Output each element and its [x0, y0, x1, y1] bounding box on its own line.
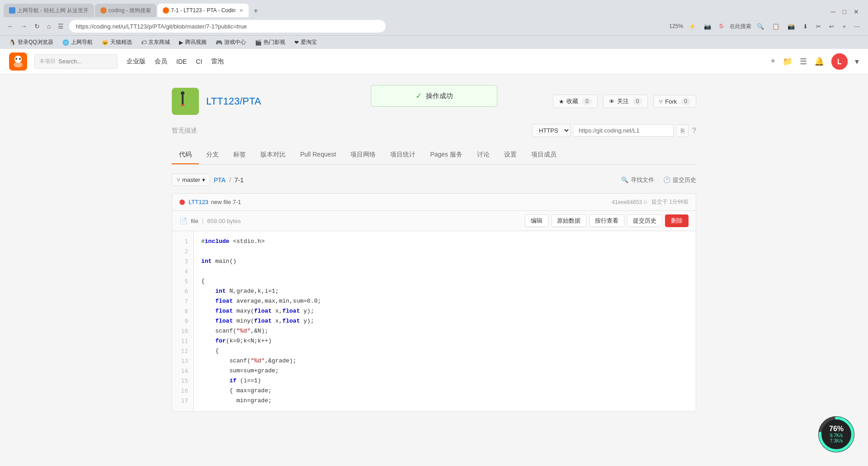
bookmark-label-taobao: 爱淘宝 — [301, 38, 317, 46]
bookmark-toggle[interactable]: ☰ — [56, 21, 66, 32]
project-search-box[interactable]: 本项目 — [34, 54, 118, 69]
bookmark-game[interactable]: 🎮 游戏中心 — [212, 38, 250, 47]
tab-close-3[interactable]: ✕ — [239, 8, 243, 14]
main-content: LTT123/PTA ★ 收藏 0 👁 关注 0 ⑂ Fork 0 — [163, 74, 705, 425]
tab-favicon-2 — [100, 7, 107, 14]
minimize-button[interactable]: ─ — [829, 6, 837, 17]
clone-help-button[interactable]: ? — [692, 127, 696, 135]
clone-url-input[interactable] — [574, 124, 674, 137]
nav-ci[interactable]: CI — [196, 56, 202, 67]
history-icon: 🕐 — [663, 176, 670, 183]
watch-button[interactable]: 👁 关注 0 — [603, 95, 648, 108]
download-button[interactable]: ⬇ — [800, 22, 811, 31]
sogoubrowser-button[interactable]: S· — [717, 22, 727, 31]
new-tab-button[interactable]: + — [250, 5, 262, 17]
tab-pullrequest[interactable]: Pull Request — [293, 146, 343, 164]
close-button[interactable]: ✕ — [852, 6, 861, 17]
line-numbers: 1234567891011121314151617 — [172, 231, 194, 411]
copy-hash-button[interactable]: ⎘ — [644, 199, 647, 205]
browser-tab-3[interactable]: 7-1 - LTT123 - PTA - Codin ✕ — [157, 4, 249, 17]
code-area: 1234567891011121314151617 #include <stdi… — [172, 231, 696, 411]
browser-tab-2[interactable]: coding - 搜狗搜索 — [95, 4, 156, 17]
bookmark-taobao[interactable]: ❤ 爱淘宝 — [291, 38, 321, 47]
notifications-button[interactable]: 🔔 — [814, 57, 824, 67]
tab-network[interactable]: 项目网络 — [343, 146, 383, 164]
tab-settings[interactable]: 设置 — [497, 146, 524, 164]
svg-point-1 — [15, 58, 17, 60]
code-line: scanf("%d",&N); — [201, 326, 689, 336]
find-file-action[interactable]: 🔍 寻找文件 — [621, 176, 654, 184]
add-button[interactable]: + — [840, 22, 849, 31]
star-button[interactable]: ★ 收藏 0 — [553, 95, 598, 108]
commit-history-label: 提交历史 — [673, 176, 696, 184]
tab-discuss[interactable]: 讨论 — [470, 146, 497, 164]
tab-compare[interactable]: 版本对比 — [253, 146, 293, 164]
search-button[interactable]: 🔍 — [754, 22, 767, 31]
branch-selector[interactable]: ⑂ master ▾ — [172, 174, 210, 186]
nav-leipao[interactable]: 雷泡 — [211, 56, 224, 67]
fork-button[interactable]: ⑂ Fork 0 — [653, 95, 696, 108]
file-manager-button[interactable]: 📁 — [783, 57, 793, 67]
fork-label: Fork — [665, 98, 677, 105]
code-review-button[interactable]: ☰ — [800, 57, 807, 67]
history-button[interactable]: 提交历史 — [627, 214, 662, 227]
screenshot2-button[interactable]: 📸 — [785, 22, 797, 31]
clone-copy-button[interactable]: ⎘ — [677, 124, 689, 137]
bookmark-tmall[interactable]: 🐱 天猫精选 — [98, 38, 136, 47]
screenshot-button[interactable]: 📷 — [701, 22, 714, 31]
raw-button[interactable]: 原始数据 — [551, 214, 586, 227]
delete-button[interactable]: 删除 — [665, 214, 689, 227]
undo-button[interactable]: ↩ — [826, 22, 837, 31]
bookmark-jd[interactable]: 🏷 京东商城 — [137, 38, 174, 47]
reload-button[interactable]: ↻ — [33, 21, 42, 32]
nav-enterprise[interactable]: 企业版 — [127, 56, 146, 67]
zoom-level: 125% — [669, 23, 683, 29]
code-line: #include <stdio.h> — [201, 237, 689, 247]
bookmark-tx[interactable]: ▶ 腾讯视频 — [175, 38, 210, 47]
clone-protocol-select[interactable]: HTTPS SSH — [532, 124, 571, 137]
app-nav: 本项目 企业版 会员 IDE CI 雷泡 + 📁 ☰ 🔔 L ▾ ✓ — [0, 49, 868, 74]
commit-hash[interactable]: 41eee84653 — [612, 199, 642, 205]
add-project-button[interactable]: + — [770, 57, 775, 66]
more-button[interactable]: ⋯ — [851, 22, 863, 31]
bookmark-favicon-tmall: 🐱 — [102, 39, 108, 46]
maximize-button[interactable]: □ — [841, 6, 848, 17]
reader-view-button[interactable]: ⚡ — [686, 22, 698, 31]
bookmark-qq[interactable]: 🐧 登录QQ浏览器 — [5, 38, 57, 47]
line-number: 6 — [172, 286, 193, 296]
search-input[interactable] — [58, 58, 113, 65]
path-root-link[interactable]: PTA — [214, 176, 226, 184]
tab-code[interactable]: 代码 — [172, 146, 199, 164]
star-count: 0 — [582, 98, 592, 105]
bookmark-video[interactable]: 🎬 热门影视 — [251, 38, 289, 47]
svg-point-9 — [181, 91, 184, 95]
collection-button[interactable]: 📋 — [769, 22, 782, 31]
blame-button[interactable]: 按行查看 — [589, 214, 624, 227]
home-button[interactable]: ⌂ — [45, 21, 52, 32]
code-line: scanf("%d",&grade); — [201, 356, 689, 366]
address-bar[interactable]: https://coding.net/u/LTT123/p/PTA/git/bl… — [69, 20, 386, 33]
commit-author[interactable]: LTT123 — [189, 199, 208, 205]
star-icon: ★ — [559, 98, 564, 105]
speed-up-value: 9.7 — [830, 433, 836, 438]
tab-pages[interactable]: Pages 服务 — [423, 146, 470, 164]
browser-tabs: 上网导航 - 轻松上网 从这里开 coding - 搜狗搜索 7-1 - LTT… — [0, 0, 868, 17]
cut-button[interactable]: ✂ — [813, 22, 824, 31]
nav-vip[interactable]: 会员 — [155, 56, 167, 67]
tab-branches[interactable]: 分支 — [199, 146, 226, 164]
edit-button[interactable]: 编辑 — [525, 214, 548, 227]
find-file-label: 寻找文件 — [631, 176, 654, 184]
back-button[interactable]: ← — [5, 21, 15, 32]
avatar[interactable]: L — [831, 53, 848, 70]
nav-ide[interactable]: IDE — [176, 56, 187, 67]
dropdown-button[interactable]: ▾ — [855, 57, 859, 67]
code-line: min=grade; — [201, 396, 689, 406]
bookmark-nav[interactable]: 🌐 上网导航 — [59, 38, 96, 47]
forward-button[interactable]: → — [19, 21, 29, 32]
tab-members[interactable]: 项目成员 — [524, 146, 564, 164]
tab-tags[interactable]: 标签 — [226, 146, 253, 164]
browser-tab-1[interactable]: 上网导航 - 轻松上网 从这里开 — [4, 4, 94, 17]
commit-history-action[interactable]: 🕐 提交历史 — [663, 176, 696, 184]
repo-title-link[interactable]: LTT123/PTA — [206, 95, 261, 107]
tab-stats[interactable]: 项目统计 — [383, 146, 423, 164]
